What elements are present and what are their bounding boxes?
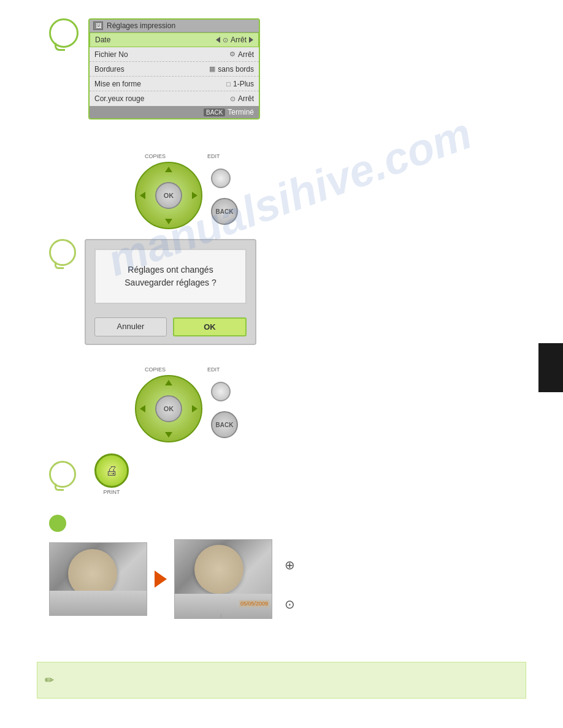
section3-container: 🖨 PRINT — [49, 453, 129, 495]
ok-button-1[interactable]: OK — [155, 182, 182, 209]
back-badge: BACK — [204, 108, 225, 116]
panel-icon: 🖼 — [93, 21, 103, 30]
photo-before — [49, 542, 147, 616]
row-label-mise: Mise en forme — [94, 80, 226, 88]
check-icon: ⊙ — [285, 597, 295, 612]
copies-label-2: COPIES — [145, 366, 166, 373]
controller2-area: COPIES EDIT OK BACK — [135, 366, 238, 442]
black-rectangle — [538, 343, 563, 392]
dpad-left-arrow-2 — [140, 405, 145, 412]
row-label-bordures: Bordures — [94, 65, 209, 74]
dpad-1[interactable]: OK — [135, 162, 202, 229]
dialog-panel: Réglages ont changés Sauvegarder réglage… — [85, 239, 256, 345]
panel-row-fichier[interactable]: Fichier No ⚙ Arrêt — [90, 47, 259, 62]
dpad-right-arrow-1 — [192, 192, 197, 199]
speech-bubble-icon-2 — [49, 239, 76, 266]
value-icon-cor: ⊙ — [230, 95, 236, 103]
row-value-text-date: Arrêt — [231, 36, 247, 44]
row-label-date: Date — [95, 36, 216, 44]
dpad-right-arrow-2 — [192, 405, 197, 412]
panel-row-bordures[interactable]: Bordures ▦ sans bords — [90, 62, 259, 77]
ok-button-2[interactable]: OK — [155, 395, 182, 422]
row-value-text-mise: 1-Plus — [233, 80, 254, 88]
row-value-bordures: ▦ sans bords — [209, 65, 254, 74]
zoom-icon: ⊕ — [285, 558, 295, 572]
dialog-body: Réglages ont changés Sauvegarder réglage… — [94, 249, 247, 304]
dialog-cancel-button[interactable]: Annuler — [94, 317, 167, 336]
row-value-fichier: ⚙ Arrêt — [229, 50, 254, 59]
panel-title: Réglages impression — [107, 21, 175, 30]
section2-container: Réglages ont changés Sauvegarder réglage… — [49, 239, 256, 345]
print-button-area: 🖨 PRINT — [94, 453, 129, 495]
back-button-1[interactable]: BACK — [211, 198, 238, 225]
pencil-icon: ✏ — [45, 673, 54, 687]
baby-face-after — [194, 545, 243, 594]
value-icon-bordures: ▦ — [209, 65, 215, 73]
dialog-line2: Sauvegarder réglages ? — [124, 276, 216, 289]
back-button-2[interactable]: BACK — [211, 411, 238, 438]
dialog-line1: Réglages ont changés — [124, 264, 216, 276]
arrow-right-date[interactable] — [249, 37, 253, 43]
row-label-fichier: Fichier No — [94, 50, 229, 59]
edit-button-2[interactable] — [211, 382, 231, 401]
edit-label-2: EDIT — [207, 366, 220, 373]
dpad-left-arrow-1 — [140, 192, 145, 199]
row-value-text-bordures: sans bords — [218, 65, 254, 74]
photo-transition-arrow — [155, 571, 167, 588]
panel-row-mise[interactable]: Mise en forme □ 1-Plus — [90, 77, 259, 91]
controller1-area: COPIES EDIT OK BACK — [135, 153, 238, 229]
print-icon: 🖨 — [105, 464, 118, 478]
row-value-cor: ⊙ Arrêt — [230, 94, 254, 103]
photo-section: 05/05/2009 ⊕ ⊙ — [49, 539, 295, 619]
reglages-panel: 🖼 Réglages impression Date ⊙ Arrêt Fichi… — [88, 18, 260, 119]
dialog-ok-button[interactable]: OK — [173, 317, 247, 336]
dpad-up-arrow-2 — [165, 380, 172, 385]
print-button-label: PRINT — [94, 489, 129, 495]
note-section: ✏ — [37, 662, 526, 699]
dpad-up-arrow-1 — [165, 167, 172, 172]
row-value-mise: □ 1-Plus — [226, 80, 254, 88]
value-icon-fichier: ⚙ — [229, 50, 236, 58]
row-value-date: ⊙ Arrêt — [216, 36, 253, 44]
dpad-down-arrow-1 — [165, 219, 172, 224]
dpad-2[interactable]: OK — [135, 375, 202, 442]
section1-container: 🖼 Réglages impression Date ⊙ Arrêt Fichi… — [49, 18, 260, 119]
panel-row-cor[interactable]: Cor.yeux rouge ⊙ Arrêt — [90, 91, 259, 106]
small-bullet-icon — [49, 515, 66, 532]
panel-row-date[interactable]: Date ⊙ Arrêt — [90, 32, 259, 47]
arrow-left-date[interactable] — [216, 37, 220, 43]
back-label: Terminé — [228, 108, 254, 116]
print-button[interactable]: 🖨 — [94, 453, 129, 488]
row-value-text-fichier: Arrêt — [238, 50, 254, 59]
ok-label-1: OK — [164, 192, 174, 199]
dialog-buttons: Annuler OK — [86, 313, 255, 344]
edit-button-1[interactable] — [211, 169, 231, 188]
row-value-text-cor: Arrêt — [238, 94, 254, 103]
speech-bubble-icon-3 — [49, 461, 76, 488]
back-button-label-1: BACK — [216, 208, 234, 215]
photo-icons-area: ⊕ ⊙ — [285, 558, 295, 612]
value-icon-date: ⊙ — [223, 36, 228, 44]
baby-photo-before — [50, 543, 147, 615]
speech-bubble-icon-1 — [49, 18, 79, 48]
panel-back-bar: BACK Terminé — [90, 106, 259, 118]
panel-titlebar: 🖼 Réglages impression — [90, 20, 259, 32]
row-label-cor: Cor.yeux rouge — [94, 94, 230, 103]
callout-line — [221, 614, 221, 619]
photo-date-stamp: 05/05/2009 — [239, 600, 269, 607]
value-icon-mise: □ — [226, 80, 231, 88]
ok-label-2: OK — [164, 405, 174, 412]
edit-label-1: EDIT — [207, 153, 220, 159]
back-button-label-2: BACK — [216, 422, 234, 428]
copies-label-1: COPIES — [145, 153, 166, 159]
dpad-down-arrow-2 — [165, 432, 172, 438]
photo-after: 05/05/2009 — [174, 539, 272, 619]
